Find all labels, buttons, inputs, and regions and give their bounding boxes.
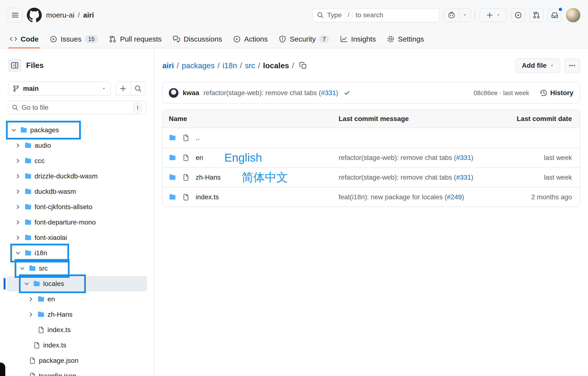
- table-row[interactable]: index.ts feat(i18n): new package for loc…: [163, 187, 580, 207]
- tree-item[interactable]: audio: [7, 138, 147, 153]
- tree-item-label[interactable]: i18n: [34, 249, 47, 257]
- tab-settings[interactable]: Settings: [382, 30, 428, 48]
- tree-item[interactable]: zh-Hans: [7, 307, 147, 322]
- tree-item-label[interactable]: audio: [34, 142, 51, 149]
- tree-item[interactable]: font-departure-mono: [7, 215, 147, 230]
- global-search-input[interactable]: Type / to search: [313, 8, 439, 22]
- copilot-button[interactable]: [444, 8, 459, 22]
- copilot-dropdown-button[interactable]: [459, 8, 470, 22]
- breadcrumb-link-packages[interactable]: packages: [182, 61, 215, 70]
- chevron-right-icon[interactable]: [15, 219, 21, 225]
- tree-item-label[interactable]: packages: [30, 126, 59, 134]
- tree-item-label[interactable]: en: [47, 295, 55, 303]
- add-file-button[interactable]: Add file: [516, 58, 560, 73]
- tree-item-label[interactable]: tsconfig.json: [39, 372, 76, 376]
- commit-author[interactable]: kwaa: [183, 89, 199, 97]
- tab-issues[interactable]: Issues 15: [45, 30, 102, 48]
- tree-item[interactable]: drizzle-duckdb-wasm: [7, 168, 147, 184]
- row-pr-link[interactable]: #331: [456, 154, 471, 161]
- tree-item[interactable]: package.json: [7, 353, 147, 368]
- table-row[interactable]: ..: [163, 128, 580, 148]
- chevron-right-icon[interactable]: [28, 296, 34, 302]
- search-tree-button[interactable]: [131, 82, 146, 95]
- chevron-right-icon[interactable]: [15, 158, 21, 164]
- chevron-down-icon[interactable]: [19, 265, 25, 272]
- tree-item-label[interactable]: font-departure-mono: [34, 219, 96, 226]
- chevron-right-icon[interactable]: [15, 188, 21, 195]
- org-link[interactable]: moeru-ai: [46, 11, 74, 19]
- tree-item-label[interactable]: ccc: [34, 157, 45, 165]
- issues-dashboard-button[interactable]: [511, 8, 525, 22]
- entry-name-link[interactable]: ..: [196, 134, 200, 142]
- tab-security[interactable]: Security 7: [274, 30, 333, 48]
- tree-item-label[interactable]: src: [39, 265, 48, 272]
- tab-insights[interactable]: Insights: [336, 30, 380, 48]
- pull-requests-dashboard-button[interactable]: [529, 8, 543, 22]
- tree-item[interactable]: font-xiaolai: [7, 230, 147, 245]
- tab-code[interactable]: Code: [5, 30, 43, 48]
- chevron-right-icon[interactable]: [15, 142, 21, 149]
- entry-name-link[interactable]: zh-Hans: [196, 174, 220, 181]
- branch-selector[interactable]: main: [8, 82, 111, 96]
- checks-passed-icon[interactable]: [344, 90, 350, 96]
- table-row[interactable]: en English refactor(stage-web): remove c…: [163, 148, 580, 167]
- user-avatar[interactable]: [566, 8, 580, 22]
- tree-item-label[interactable]: drizzle-duckdb-wasm: [34, 172, 98, 180]
- commit-sha-date[interactable]: 08c86ee · last week: [474, 89, 529, 97]
- entry-name-link[interactable]: en: [196, 154, 203, 162]
- notifications-inbox-button[interactable]: [548, 8, 562, 22]
- tree-item[interactable]: tsconfig.json: [7, 368, 147, 376]
- tree-item-label[interactable]: zh-Hans: [47, 311, 73, 318]
- tab-discussions[interactable]: Discussions: [168, 30, 226, 48]
- tree-item[interactable]: en: [7, 291, 147, 307]
- hamburger-menu-button[interactable]: [8, 8, 22, 22]
- row-commit-message[interactable]: feat(i18n): new package for locales (: [339, 193, 447, 201]
- tree-item-label[interactable]: index.ts: [47, 326, 71, 334]
- chevron-right-icon[interactable]: [15, 235, 21, 241]
- tab-pull-requests[interactable]: Pull requests: [105, 30, 166, 48]
- row-commit-message[interactable]: refactor(stage-web): remove chat tabs (: [339, 174, 456, 181]
- tree-item[interactable]: font-cjkfonts-allseto: [7, 199, 147, 215]
- new-file-button[interactable]: [116, 82, 131, 95]
- row-pr-link[interactable]: #331: [456, 174, 471, 181]
- history-button[interactable]: History: [540, 89, 573, 97]
- copy-path-icon[interactable]: [299, 62, 307, 69]
- tree-item-label[interactable]: index.ts: [43, 342, 66, 349]
- commit-author-avatar[interactable]: [169, 88, 178, 98]
- repo-link[interactable]: airi: [83, 11, 94, 19]
- collapse-sidebar-button[interactable]: [8, 59, 21, 72]
- tree-item[interactable]: index.ts: [7, 338, 147, 353]
- entry-name-link[interactable]: index.ts: [196, 193, 219, 201]
- tree-item[interactable]: locales: [7, 276, 147, 291]
- chevron-down-icon[interactable]: [23, 281, 30, 287]
- breadcrumb-repo-link[interactable]: airi: [162, 61, 174, 70]
- tree-item-label[interactable]: locales: [43, 280, 64, 288]
- create-new-button[interactable]: [480, 8, 507, 22]
- tree-item[interactable]: src: [7, 261, 147, 276]
- breadcrumb-link-i18n[interactable]: i18n: [222, 61, 237, 70]
- github-logo-icon[interactable]: [27, 8, 42, 22]
- tree-item[interactable]: packages: [7, 122, 147, 138]
- commit-pr-link[interactable]: #331: [321, 89, 336, 97]
- tree-item-label[interactable]: duckdb-wasm: [34, 188, 76, 195]
- tree-item-label[interactable]: font-cjkfonts-allseto: [34, 203, 92, 211]
- tab-actions[interactable]: Actions: [229, 30, 272, 48]
- chevron-down-icon[interactable]: [15, 250, 21, 256]
- tree-item-label[interactable]: package.json: [39, 357, 78, 365]
- chevron-down-icon[interactable]: [10, 127, 17, 133]
- row-pr-link[interactable]: #249: [447, 193, 462, 201]
- tree-item[interactable]: duckdb-wasm: [7, 184, 147, 199]
- chevron-right-icon[interactable]: [15, 204, 21, 210]
- row-commit-message[interactable]: refactor(stage-web): remove chat tabs (: [339, 154, 456, 161]
- tree-item[interactable]: index.ts: [7, 322, 147, 338]
- chevron-right-icon[interactable]: [15, 173, 21, 179]
- tree-item-label[interactable]: font-xiaolai: [34, 234, 67, 242]
- commit-message-text[interactable]: refactor(stage-web): remove chat tabs (: [204, 89, 321, 97]
- more-options-button[interactable]: [565, 58, 580, 73]
- goto-file-input[interactable]: Go to file t: [8, 101, 146, 114]
- chevron-right-icon[interactable]: [28, 311, 34, 318]
- breadcrumb-link-src[interactable]: src: [245, 61, 255, 70]
- tree-item[interactable]: i18n: [7, 245, 147, 261]
- table-row[interactable]: zh-Hans 简体中文 refactor(stage-web): remove…: [163, 167, 580, 187]
- tree-item[interactable]: ccc: [7, 153, 147, 168]
